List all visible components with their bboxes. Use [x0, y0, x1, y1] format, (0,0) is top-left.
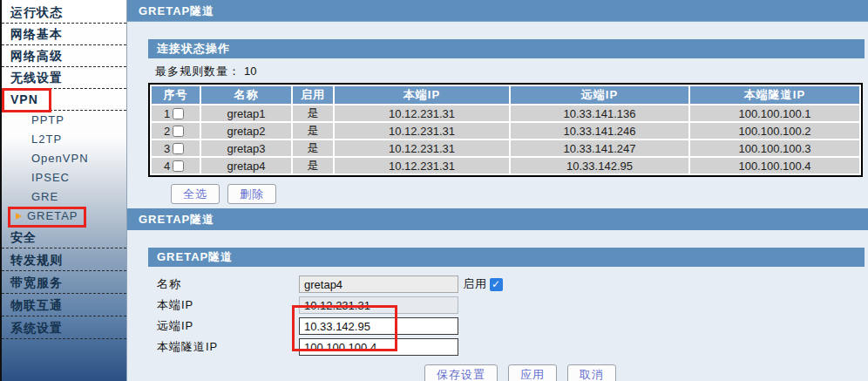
table-row: 3 gretap3 是 10.12.231.31 10.33.141.247 1… — [152, 140, 859, 156]
sidebar-subitem-gre[interactable]: GRE — [2, 187, 126, 207]
form-row-tunnel-ip: 本端隧道IP — [148, 337, 865, 357]
enable-checkbox[interactable] — [490, 278, 503, 291]
tunnel-ip-label: 本端隧道IP — [157, 339, 299, 355]
local-ip-cell: 10.12.231.31 — [335, 123, 509, 139]
enabled-cell: 是 — [293, 140, 333, 156]
remote-ip-cell: 10.33.142.95 — [511, 158, 688, 173]
local-ip-field[interactable] — [299, 296, 458, 314]
sidebar-subitem-l2tp[interactable]: L2TP — [2, 130, 126, 149]
remote-ip-cell: 10.33.141.246 — [511, 123, 688, 139]
sidebar-item-wireless[interactable]: 无线设置 — [2, 67, 126, 89]
sidebar-item-vpn[interactable]: VPN — [2, 89, 126, 111]
row-checkbox[interactable] — [173, 126, 184, 137]
row-number: 4 — [164, 160, 170, 173]
app-window: 运行状态 网络基本 网络高级 无线设置 VPN PPTP L2TP OpenVP… — [0, 0, 868, 381]
local-ip-label: 本端IP — [157, 297, 299, 313]
name-field[interactable] — [299, 276, 458, 293]
sidebar-subitem-pptp[interactable]: PPTP — [2, 111, 126, 130]
sidebar-subitem-gretap[interactable]: GRETAP — [2, 207, 126, 226]
sidebar-subitem-gretap-label: GRETAP — [27, 207, 78, 226]
max-rules-value: 10 — [244, 65, 256, 78]
table-actions: 全选 删除 — [171, 184, 865, 204]
cancel-button[interactable]: 取消 — [567, 364, 616, 381]
connection-status-header: 连接状态操作 — [148, 39, 865, 58]
max-rules-line: 最多规则数量：10 — [155, 64, 865, 79]
table-header-row: 序号 名称 启用 本端IP 远端IP 本端隧道IP — [152, 86, 859, 104]
delete-button[interactable]: 删除 — [227, 184, 276, 204]
sidebar-item-security[interactable]: 安全 — [2, 226, 126, 248]
remote-ip-cell: 10.33.141.247 — [511, 140, 688, 156]
sidebar-subitem-openvpn[interactable]: OpenVPN — [2, 149, 126, 168]
col-name: 名称 — [201, 86, 291, 104]
row-checkbox[interactable] — [173, 108, 184, 119]
name-cell: gretap4 — [201, 158, 291, 173]
apply-button[interactable]: 应用 — [508, 364, 557, 381]
form-panel: GRETAP隧道 名称 启用 本端IP 远端IP — [127, 230, 868, 381]
col-enabled: 启用 — [293, 86, 333, 104]
form-row-local-ip: 本端IP — [148, 296, 865, 315]
max-rules-label: 最多规则数量： — [155, 65, 241, 78]
tunnel-ip-cell: 100.100.100.3 — [690, 140, 859, 156]
row-number: 1 — [164, 107, 170, 120]
gretap-form-header: GRETAP隧道 — [148, 248, 865, 267]
form-row-name: 名称 启用 — [148, 275, 865, 294]
col-seq: 序号 — [152, 86, 200, 104]
form-actions: 保存设置 应用 取消 — [424, 364, 865, 381]
name-label: 名称 — [157, 276, 299, 292]
seq-cell: 1 — [152, 105, 200, 121]
col-local-ip: 本端IP — [335, 86, 509, 104]
page-title: GRETAP隧道 — [127, 0, 868, 22]
enabled-cell: 是 — [293, 105, 333, 121]
select-all-button[interactable]: 全选 — [171, 184, 220, 204]
local-ip-cell: 10.12.231.31 — [335, 158, 509, 173]
sidebar-item-system[interactable]: 系统设置 — [2, 316, 126, 339]
sidebar-item-forward-rules[interactable]: 转发规则 — [2, 248, 126, 271]
remote-ip-cell: 10.33.141.136 — [511, 105, 688, 121]
name-cell: gretap3 — [201, 140, 291, 156]
row-number: 2 — [164, 125, 170, 138]
gretap-tunnel-bar: GRETAP隧道 — [127, 208, 868, 230]
remote-ip-field[interactable] — [299, 317, 458, 335]
main-content: GRETAP隧道 连接状态操作 最多规则数量：10 序号 名称 启用 本端IP — [127, 0, 868, 381]
sidebar-item-running-status[interactable]: 运行状态 — [2, 2, 126, 24]
enable-label: 启用 — [463, 276, 487, 292]
remote-ip-label: 远端IP — [157, 318, 299, 334]
table-row: 1 gretap1 是 10.12.231.31 10.33.141.136 1… — [152, 105, 859, 121]
active-item-arrow-icon — [16, 213, 22, 220]
enabled-cell: 是 — [293, 158, 333, 173]
table-row: 4 gretap4 是 10.12.231.31 10.33.142.95 10… — [152, 158, 859, 173]
seq-cell: 3 — [152, 140, 200, 156]
row-checkbox[interactable] — [173, 160, 184, 172]
enabled-cell: 是 — [293, 123, 333, 139]
sidebar-item-network-basic[interactable]: 网络基本 — [2, 24, 126, 45]
tunnel-ip-field[interactable] — [299, 338, 458, 356]
local-ip-cell: 10.12.231.31 — [335, 105, 509, 121]
sidebar-item-network-advanced[interactable]: 网络高级 — [2, 45, 126, 67]
save-settings-button[interactable]: 保存设置 — [424, 364, 498, 381]
sidebar-subitem-ipsec[interactable]: IPSEC — [2, 168, 126, 187]
tunnel-table: 序号 名称 启用 本端IP 远端IP 本端隧道IP 1 gretap1 是 10… — [148, 83, 863, 177]
sidebar-item-bandwidth[interactable]: 带宽服务 — [2, 271, 126, 294]
tunnel-ip-cell: 100.100.100.1 — [690, 105, 859, 121]
seq-cell: 4 — [152, 158, 200, 173]
sidebar-item-iot[interactable]: 物联互通 — [2, 294, 126, 316]
name-cell: gretap2 — [201, 123, 291, 139]
row-checkbox[interactable] — [173, 143, 184, 154]
tunnel-ip-cell: 100.100.100.4 — [690, 158, 859, 173]
col-remote-ip: 远端IP — [511, 86, 688, 104]
gretap-form: 名称 启用 本端IP 远端IP 本端隧道IP — [148, 275, 865, 381]
sidebar: 运行状态 网络基本 网络高级 无线设置 VPN PPTP L2TP OpenVP… — [0, 0, 127, 381]
name-cell: gretap1 — [201, 105, 291, 121]
table-row: 2 gretap2 是 10.12.231.31 10.33.141.246 1… — [152, 123, 859, 139]
seq-cell: 2 — [152, 123, 200, 139]
local-ip-cell: 10.12.231.31 — [335, 140, 509, 156]
row-number: 3 — [164, 142, 170, 155]
form-row-remote-ip: 远端IP — [148, 316, 865, 336]
status-panel: 连接状态操作 最多规则数量：10 序号 名称 启用 本端IP 远端IP 本端 — [127, 22, 868, 204]
enable-wrap: 启用 — [463, 276, 503, 292]
col-tunnel-ip: 本端隧道IP — [690, 86, 859, 104]
tunnel-ip-cell: 100.100.100.2 — [690, 123, 859, 139]
